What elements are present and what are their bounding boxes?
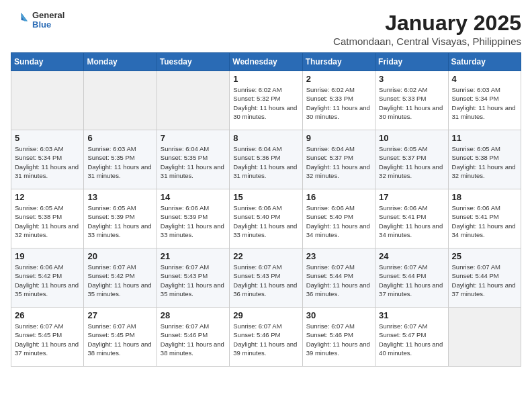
month-title: January 2025 xyxy=(333,11,521,36)
calendar-day-cell: 11Sunrise: 6:05 AM Sunset: 5:38 PM Dayli… xyxy=(448,130,521,189)
day-info: Sunrise: 6:03 AM Sunset: 5:34 PM Dayligh… xyxy=(15,144,80,180)
day-info: Sunrise: 6:06 AM Sunset: 5:41 PM Dayligh… xyxy=(379,203,444,239)
day-number: 30 xyxy=(306,310,371,320)
calendar-day-cell: 3Sunrise: 6:02 AM Sunset: 5:33 PM Daylig… xyxy=(375,71,448,130)
day-number: 3 xyxy=(379,74,444,84)
day-info: Sunrise: 6:07 AM Sunset: 5:43 PM Dayligh… xyxy=(233,263,298,298)
weekday-header: Friday xyxy=(375,53,448,71)
day-info: Sunrise: 6:07 AM Sunset: 5:44 PM Dayligh… xyxy=(306,263,371,298)
day-info: Sunrise: 6:03 AM Sunset: 5:35 PM Dayligh… xyxy=(87,144,152,180)
calendar-week-row: 19Sunrise: 6:06 AM Sunset: 5:42 PM Dayli… xyxy=(11,248,521,308)
calendar-day-cell: 30Sunrise: 6:07 AM Sunset: 5:46 PM Dayli… xyxy=(302,308,375,367)
day-number: 17 xyxy=(379,192,444,202)
calendar-day-cell xyxy=(11,71,84,130)
calendar-day-cell: 2Sunrise: 6:02 AM Sunset: 5:33 PM Daylig… xyxy=(302,71,375,130)
day-number: 28 xyxy=(161,310,226,320)
calendar-day-cell: 4Sunrise: 6:03 AM Sunset: 5:34 PM Daylig… xyxy=(448,71,521,130)
day-number: 24 xyxy=(379,251,444,261)
day-number: 15 xyxy=(233,192,298,202)
day-info: Sunrise: 6:05 AM Sunset: 5:39 PM Dayligh… xyxy=(87,203,152,239)
weekday-header: Wednesday xyxy=(230,53,302,71)
calendar-day-cell: 20Sunrise: 6:07 AM Sunset: 5:42 PM Dayli… xyxy=(84,248,157,308)
day-number: 10 xyxy=(379,133,444,143)
day-number: 9 xyxy=(306,133,371,143)
calendar-table: SundayMondayTuesdayWednesdayThursdayFrid… xyxy=(11,52,521,367)
calendar-day-cell xyxy=(448,308,521,367)
calendar-day-cell: 17Sunrise: 6:06 AM Sunset: 5:41 PM Dayli… xyxy=(375,189,448,248)
calendar-day-cell: 10Sunrise: 6:05 AM Sunset: 5:37 PM Dayli… xyxy=(375,130,448,189)
day-info: Sunrise: 6:05 AM Sunset: 5:38 PM Dayligh… xyxy=(452,144,517,180)
calendar-day-cell: 21Sunrise: 6:07 AM Sunset: 5:43 PM Dayli… xyxy=(157,248,229,308)
calendar-day-cell: 16Sunrise: 6:06 AM Sunset: 5:40 PM Dayli… xyxy=(302,189,375,248)
day-info: Sunrise: 6:04 AM Sunset: 5:36 PM Dayligh… xyxy=(233,144,298,180)
calendar-day-cell: 5Sunrise: 6:03 AM Sunset: 5:34 PM Daylig… xyxy=(11,130,84,189)
calendar-day-cell: 12Sunrise: 6:05 AM Sunset: 5:38 PM Dayli… xyxy=(11,189,84,248)
day-info: Sunrise: 6:07 AM Sunset: 5:45 PM Dayligh… xyxy=(87,322,152,357)
calendar-week-row: 1Sunrise: 6:02 AM Sunset: 5:32 PM Daylig… xyxy=(11,71,521,130)
calendar-day-cell: 6Sunrise: 6:03 AM Sunset: 5:35 PM Daylig… xyxy=(84,130,157,189)
logo: General Blue xyxy=(11,11,64,30)
calendar-day-cell: 25Sunrise: 6:07 AM Sunset: 5:44 PM Dayli… xyxy=(448,248,521,308)
day-number: 23 xyxy=(306,251,371,261)
calendar-day-cell: 7Sunrise: 6:04 AM Sunset: 5:35 PM Daylig… xyxy=(157,130,229,189)
logo-general: General xyxy=(32,11,64,20)
calendar-day-cell: 15Sunrise: 6:06 AM Sunset: 5:40 PM Dayli… xyxy=(230,189,302,248)
day-number: 6 xyxy=(87,133,152,143)
day-info: Sunrise: 6:05 AM Sunset: 5:38 PM Dayligh… xyxy=(15,203,80,239)
day-info: Sunrise: 6:02 AM Sunset: 5:33 PM Dayligh… xyxy=(306,85,371,121)
calendar-day-cell xyxy=(157,71,229,130)
day-number: 18 xyxy=(452,192,517,202)
day-number: 2 xyxy=(306,74,371,84)
calendar-week-row: 5Sunrise: 6:03 AM Sunset: 5:34 PM Daylig… xyxy=(11,130,521,189)
day-number: 16 xyxy=(306,192,371,202)
day-number: 25 xyxy=(452,251,517,261)
calendar-day-cell: 27Sunrise: 6:07 AM Sunset: 5:45 PM Dayli… xyxy=(84,308,157,367)
day-number: 4 xyxy=(452,74,517,84)
calendar-day-cell: 18Sunrise: 6:06 AM Sunset: 5:41 PM Dayli… xyxy=(448,189,521,248)
calendar-day-cell: 14Sunrise: 6:06 AM Sunset: 5:39 PM Dayli… xyxy=(157,189,229,248)
calendar-week-row: 26Sunrise: 6:07 AM Sunset: 5:45 PM Dayli… xyxy=(11,308,521,367)
calendar-day-cell: 8Sunrise: 6:04 AM Sunset: 5:36 PM Daylig… xyxy=(230,130,302,189)
day-info: Sunrise: 6:04 AM Sunset: 5:37 PM Dayligh… xyxy=(306,144,371,180)
day-info: Sunrise: 6:06 AM Sunset: 5:41 PM Dayligh… xyxy=(452,203,517,239)
day-number: 20 xyxy=(87,251,152,261)
day-info: Sunrise: 6:07 AM Sunset: 5:46 PM Dayligh… xyxy=(306,322,371,357)
calendar-day-cell: 13Sunrise: 6:05 AM Sunset: 5:39 PM Dayli… xyxy=(84,189,157,248)
weekday-header: Monday xyxy=(84,53,157,71)
day-number: 27 xyxy=(87,310,152,320)
calendar-day-cell: 9Sunrise: 6:04 AM Sunset: 5:37 PM Daylig… xyxy=(302,130,375,189)
day-info: Sunrise: 6:06 AM Sunset: 5:40 PM Dayligh… xyxy=(233,203,298,239)
calendar-day-cell: 23Sunrise: 6:07 AM Sunset: 5:44 PM Dayli… xyxy=(302,248,375,308)
day-number: 22 xyxy=(233,251,298,261)
calendar-day-cell: 22Sunrise: 6:07 AM Sunset: 5:43 PM Dayli… xyxy=(230,248,302,308)
day-info: Sunrise: 6:02 AM Sunset: 5:33 PM Dayligh… xyxy=(379,85,444,121)
location-title: Catmondaan, Central Visayas, Philippines xyxy=(333,36,521,47)
day-number: 8 xyxy=(233,133,298,143)
day-info: Sunrise: 6:06 AM Sunset: 5:42 PM Dayligh… xyxy=(15,263,80,298)
title-block: January 2025 Catmondaan, Central Visayas… xyxy=(333,11,521,47)
day-number: 11 xyxy=(452,133,517,143)
day-number: 14 xyxy=(161,192,226,202)
day-number: 12 xyxy=(15,192,80,202)
calendar-day-cell xyxy=(84,71,157,130)
day-number: 29 xyxy=(233,310,298,320)
calendar-day-cell: 24Sunrise: 6:07 AM Sunset: 5:44 PM Dayli… xyxy=(375,248,448,308)
logo-blue: Blue xyxy=(32,20,64,30)
day-number: 5 xyxy=(15,133,80,143)
weekday-header-row: SundayMondayTuesdayWednesdayThursdayFrid… xyxy=(11,53,521,71)
day-info: Sunrise: 6:06 AM Sunset: 5:40 PM Dayligh… xyxy=(306,203,371,239)
day-info: Sunrise: 6:07 AM Sunset: 5:42 PM Dayligh… xyxy=(87,263,152,298)
day-info: Sunrise: 6:07 AM Sunset: 5:45 PM Dayligh… xyxy=(15,322,80,357)
calendar-day-cell: 19Sunrise: 6:06 AM Sunset: 5:42 PM Dayli… xyxy=(11,248,84,308)
calendar-day-cell: 26Sunrise: 6:07 AM Sunset: 5:45 PM Dayli… xyxy=(11,308,84,367)
day-info: Sunrise: 6:07 AM Sunset: 5:47 PM Dayligh… xyxy=(379,322,444,357)
calendar-week-row: 12Sunrise: 6:05 AM Sunset: 5:38 PM Dayli… xyxy=(11,189,521,248)
day-info: Sunrise: 6:03 AM Sunset: 5:34 PM Dayligh… xyxy=(452,85,517,121)
logo-text: General Blue xyxy=(32,11,64,30)
day-number: 19 xyxy=(15,251,80,261)
day-number: 31 xyxy=(379,310,444,320)
day-number: 7 xyxy=(161,133,226,143)
day-info: Sunrise: 6:06 AM Sunset: 5:39 PM Dayligh… xyxy=(161,203,226,239)
day-number: 26 xyxy=(15,310,80,320)
day-info: Sunrise: 6:07 AM Sunset: 5:46 PM Dayligh… xyxy=(161,322,226,357)
